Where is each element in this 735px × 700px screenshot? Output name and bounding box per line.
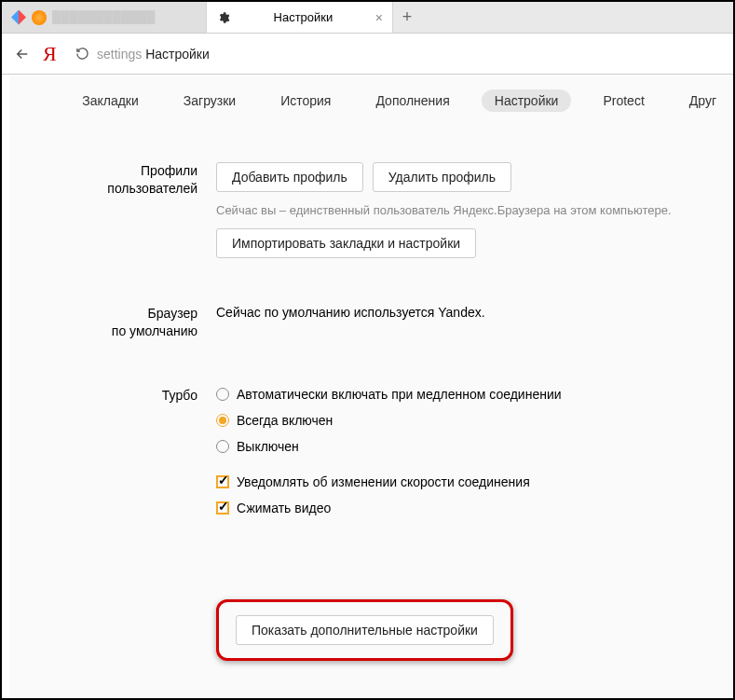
remove-profile-button[interactable]: Удалить профиль xyxy=(373,162,511,192)
turbo-video-row[interactable]: Сжимать видео xyxy=(216,501,733,515)
import-settings-button[interactable]: Импортировать закладки и настройки xyxy=(216,228,476,258)
nav-bookmarks[interactable]: Закладки xyxy=(69,89,152,112)
show-advanced-button[interactable]: Показать дополнительные настройки xyxy=(236,615,494,645)
url-path: Настройки xyxy=(145,47,210,62)
add-profile-button[interactable]: Добавить профиль xyxy=(216,162,363,192)
plus-icon: + xyxy=(402,7,413,27)
reload-button[interactable] xyxy=(69,47,95,61)
default-browser-section: Браузер по умолчанию Сейчас по умолчанию… xyxy=(2,305,733,340)
tab-favicon-diamond-icon xyxy=(11,10,26,25)
advanced-highlight: Показать дополнительные настройки xyxy=(216,599,513,661)
turbo-video-label: Сжимать видео xyxy=(237,501,331,515)
settings-nav: Закладки Загрузки История Дополнения Нас… xyxy=(2,76,733,125)
default-browser-text: Сейчас по умолчанию используется Yandex. xyxy=(216,305,733,320)
turbo-off-row[interactable]: Выключен xyxy=(216,439,733,454)
turbo-auto-row[interactable]: Автоматически включать при медленном сое… xyxy=(216,387,733,402)
default-label-l1: Браузер xyxy=(148,306,197,321)
default-browser-label: Браузер по умолчанию xyxy=(2,305,216,340)
nav-settings[interactable]: Настройки xyxy=(482,89,572,112)
profiles-label-l1: Профили xyxy=(141,163,197,178)
gear-icon xyxy=(216,10,231,25)
default-label-l2: по умолчанию xyxy=(112,323,197,338)
yandex-logo[interactable]: Я xyxy=(43,42,69,66)
settings-page: Закладки Загрузки История Дополнения Нас… xyxy=(2,76,733,698)
turbo-on-row[interactable]: Всегда включен xyxy=(216,413,733,428)
settings-content: Профили пользователей Добавить профиль У… xyxy=(2,125,733,527)
tab-favicon-orange-icon xyxy=(32,10,47,25)
checkbox-checked-icon xyxy=(216,501,229,515)
turbo-on-label: Всегда включен xyxy=(237,413,333,428)
profiles-hint: Сейчас вы – единственный пользователь Ян… xyxy=(216,203,733,217)
turbo-notify-row[interactable]: Уведомлять об изменении скорости соедине… xyxy=(216,474,733,489)
tabstrip: ████████████ Настройки × + xyxy=(2,2,733,34)
profiles-label-l2: пользователей xyxy=(107,181,197,196)
address-bar[interactable]: settings Настройки xyxy=(95,47,733,62)
active-tab-title: Настройки xyxy=(237,10,370,24)
new-tab-button[interactable]: + xyxy=(393,2,421,33)
close-tab-button[interactable]: × xyxy=(375,10,383,25)
back-button[interactable] xyxy=(2,46,43,62)
profiles-label: Профили пользователей xyxy=(2,162,216,258)
nav-other[interactable]: Друг xyxy=(676,89,729,112)
radio-icon xyxy=(216,440,229,453)
turbo-section: Турбо Автоматически включать при медленн… xyxy=(2,387,733,527)
nav-extensions[interactable]: Дополнения xyxy=(362,89,462,112)
active-tab[interactable]: Настройки × xyxy=(207,2,393,33)
radio-icon xyxy=(216,388,229,401)
profiles-section: Профили пользователей Добавить профиль У… xyxy=(2,162,733,258)
turbo-auto-label: Автоматически включать при медленном сое… xyxy=(237,387,562,402)
checkbox-checked-icon xyxy=(216,475,229,488)
toolbar: Я settings Настройки xyxy=(2,34,733,75)
turbo-off-label: Выключен xyxy=(237,439,299,454)
nav-protect[interactable]: Protect xyxy=(590,89,657,112)
turbo-notify-label: Уведомлять об изменении скорости соедине… xyxy=(237,474,530,489)
turbo-label: Турбо xyxy=(2,387,216,527)
nav-history[interactable]: История xyxy=(267,89,344,112)
url-path-muted: settings xyxy=(97,47,145,62)
bg-tab-title: ████████████ xyxy=(52,10,156,24)
nav-downloads[interactable]: Загрузки xyxy=(170,89,249,112)
background-tab[interactable]: ████████████ xyxy=(2,2,207,33)
radio-checked-icon xyxy=(216,414,229,427)
